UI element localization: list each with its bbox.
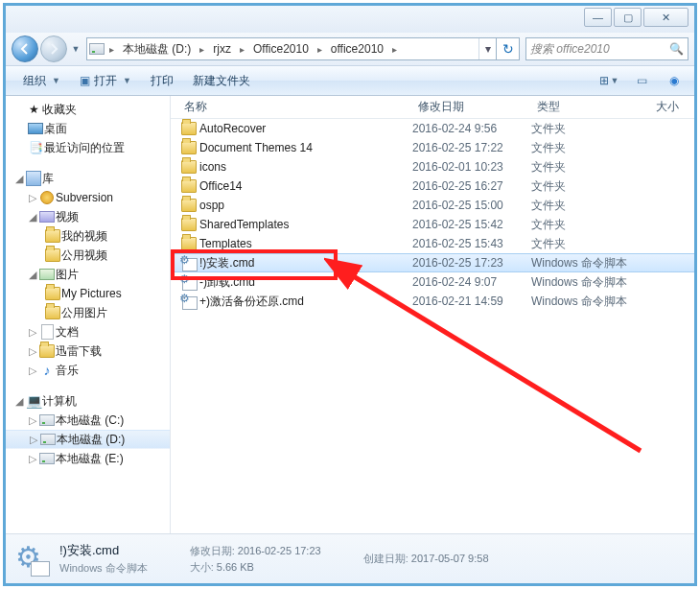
file-date: 2016-02-25 17:23	[412, 256, 531, 270]
file-type-icon	[15, 542, 50, 577]
file-rows[interactable]: AutoRecover2016-02-24 9:56文件夹Document Th…	[171, 119, 694, 533]
file-row[interactable]: AutoRecover2016-02-24 9:56文件夹	[171, 119, 694, 138]
folder-icon	[178, 141, 199, 154]
folder-icon	[178, 237, 199, 250]
command-bar: 组织▼ ▣打开▼ 打印 新建文件夹 ⊞▼ ▭ ◉	[6, 65, 694, 96]
tree-desktop[interactable]: 桌面	[6, 119, 170, 138]
folder-icon	[178, 218, 199, 231]
file-date: 2016-02-01 10:23	[412, 160, 531, 174]
tree-my-videos[interactable]: 我的视频	[6, 226, 170, 246]
navigation-bar: ▼ ▸ 本地磁盘 (D:) ▸ rjxz ▸ Office2010 ▸ offi…	[6, 33, 694, 65]
file-name: Templates	[199, 237, 412, 250]
chevron-down-icon: ▼	[52, 76, 60, 85]
column-type[interactable]: 类型	[531, 99, 650, 115]
search-input[interactable]: 搜索 office2010 🔍	[525, 37, 688, 60]
crumb-rjxz[interactable]: rjxz	[207, 38, 237, 59]
file-type: 文件夹	[531, 159, 650, 176]
view-options-button[interactable]: ⊞▼	[596, 70, 621, 91]
folder-icon	[178, 122, 199, 135]
chevron-right-icon[interactable]: ▸	[197, 44, 207, 55]
tree-downloads[interactable]: ▷迅雷下载	[6, 342, 170, 361]
column-date[interactable]: 修改日期	[412, 99, 531, 115]
file-row[interactable]: Office142016-02-25 16:27文件夹	[171, 177, 694, 196]
cmd-file-icon	[178, 255, 199, 271]
search-placeholder: 搜索 office2010	[530, 41, 610, 58]
crumb-drive[interactable]: 本地磁盘 (D:)	[117, 38, 197, 59]
file-row[interactable]: SharedTemplates2016-02-25 15:42文件夹	[171, 215, 694, 234]
close-button[interactable]: ✕	[643, 8, 688, 27]
file-type: Windows 命令脚本	[531, 294, 650, 310]
tree-recent[interactable]: 📑最近访问的位置	[6, 138, 170, 157]
tree-documents[interactable]: ▷文档	[6, 322, 170, 342]
file-list-pane: 名称 修改日期 类型 大小 AutoRecover2016-02-24 9:56…	[171, 96, 694, 533]
column-name[interactable]: 名称	[178, 99, 412, 115]
file-row[interactable]: +)激活备份还原.cmd2016-02-21 14:59Windows 命令脚本	[171, 292, 694, 311]
breadcrumb-bar[interactable]: ▸ 本地磁盘 (D:) ▸ rjxz ▸ Office2010 ▸ office…	[86, 37, 497, 60]
file-row[interactable]: Templates2016-02-25 15:43文件夹	[171, 234, 694, 253]
file-date: 2016-02-24 9:07	[412, 275, 531, 289]
chevron-down-icon: ▼	[123, 76, 131, 85]
path-dropdown-icon[interactable]: ▾	[478, 38, 496, 59]
search-icon: 🔍	[669, 42, 684, 56]
navigation-tree[interactable]: ★收藏夹 桌面 📑最近访问的位置 ◢库 ▷Subversion ◢视频 我的视频…	[6, 96, 171, 533]
file-row[interactable]: Document Themes 142016-02-25 17:22文件夹	[171, 138, 694, 157]
crumb-office2010-lower[interactable]: office2010	[325, 38, 389, 59]
tree-drive-e[interactable]: ▷本地磁盘 (E:)	[6, 449, 170, 468]
file-date: 2016-02-25 15:43	[412, 237, 531, 250]
tree-computer[interactable]: ◢💻计算机	[6, 391, 170, 411]
file-type: 文件夹	[531, 178, 650, 195]
tree-favorites[interactable]: ★收藏夹	[6, 100, 170, 119]
file-type: 文件夹	[531, 217, 650, 233]
tree-public-videos[interactable]: 公用视频	[6, 246, 170, 265]
drive-icon	[87, 43, 106, 55]
titlebar: — ▢ ✕	[6, 6, 694, 33]
organize-menu[interactable]: 组织▼	[13, 66, 70, 95]
file-date: 2016-02-24 9:56	[412, 122, 531, 135]
chevron-right-icon[interactable]: ▸	[237, 44, 247, 55]
tree-drive-c[interactable]: ▷本地磁盘 (C:)	[6, 411, 170, 430]
maximize-button[interactable]: ▢	[614, 8, 642, 27]
refresh-button[interactable]: ↻	[497, 37, 520, 60]
tree-drive-d[interactable]: ▷本地磁盘 (D:)	[6, 430, 170, 449]
column-headers[interactable]: 名称 修改日期 类型 大小	[171, 96, 694, 119]
cmd-file-icon	[178, 274, 199, 290]
new-folder-button[interactable]: 新建文件夹	[183, 66, 260, 95]
chevron-right-icon[interactable]: ▸	[106, 44, 117, 55]
file-name: ospp	[199, 199, 412, 212]
open-button[interactable]: ▣打开▼	[70, 66, 141, 95]
tree-videos[interactable]: ◢视频	[6, 207, 170, 226]
tree-public-pictures[interactable]: 公用图片	[6, 303, 170, 322]
details-modified: 修改日期: 2016-02-25 17:23	[190, 544, 321, 558]
tree-pictures[interactable]: ◢图片	[6, 265, 170, 284]
help-button[interactable]: ◉	[662, 70, 687, 91]
file-row[interactable]: icons2016-02-01 10:23文件夹	[171, 157, 694, 177]
print-button[interactable]: 打印	[141, 66, 183, 95]
file-date: 2016-02-25 16:27	[412, 179, 531, 193]
preview-pane-button[interactable]: ▭	[629, 70, 654, 91]
back-button[interactable]	[12, 35, 38, 62]
file-date: 2016-02-25 15:00	[412, 199, 531, 212]
crumb-office2010[interactable]: Office2010	[247, 38, 315, 59]
history-dropdown-icon[interactable]: ▼	[69, 35, 82, 62]
file-date: 2016-02-21 14:59	[412, 294, 531, 308]
tree-libraries[interactable]: ◢库	[6, 169, 170, 188]
file-row[interactable]: ospp2016-02-25 15:00文件夹	[171, 196, 694, 215]
details-pane: !)安装.cmd Windows 命令脚本 修改日期: 2016-02-25 1…	[6, 533, 694, 583]
tree-my-pictures[interactable]: My Pictures	[6, 284, 170, 303]
file-type: 文件夹	[531, 121, 650, 137]
tree-subversion[interactable]: ▷Subversion	[6, 188, 170, 207]
tree-music[interactable]: ▷♪音乐	[6, 361, 170, 380]
file-row[interactable]: !)安装.cmd2016-02-25 17:23Windows 命令脚本	[171, 253, 694, 272]
file-name: icons	[199, 160, 412, 174]
chevron-right-icon[interactable]: ▸	[315, 44, 325, 55]
file-type: 文件夹	[531, 236, 650, 252]
file-type: 文件夹	[531, 140, 650, 156]
file-row[interactable]: -)卸载.cmd2016-02-24 9:07Windows 命令脚本	[171, 272, 694, 292]
file-name: AutoRecover	[199, 122, 412, 135]
file-name: +)激活备份还原.cmd	[199, 294, 412, 310]
column-size[interactable]: 大小	[650, 99, 694, 115]
chevron-right-icon[interactable]: ▸	[389, 44, 400, 55]
file-type: 文件夹	[531, 198, 650, 214]
forward-button[interactable]	[40, 35, 67, 62]
minimize-button[interactable]: —	[584, 8, 612, 27]
